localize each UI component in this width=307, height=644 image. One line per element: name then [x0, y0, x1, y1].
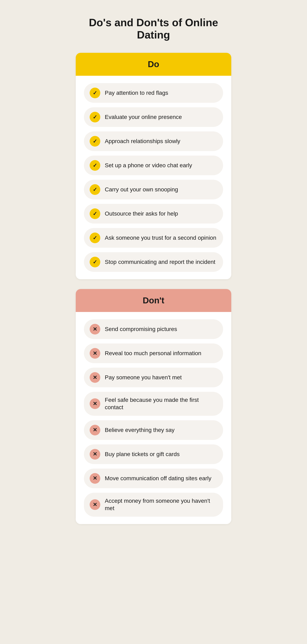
do-card: Do ✓Pay attention to red flags✓Evaluate …: [76, 53, 231, 279]
dont-list-item: ✕Buy plane tickets or gift cards: [84, 444, 223, 464]
do-header-label: Do: [148, 59, 159, 69]
do-item-text: Ask someone you trust for a second opini…: [105, 234, 216, 242]
dont-list-item: ✕Accept money from someone you haven't m…: [84, 493, 223, 517]
do-list-item: ✓Carry out your own snooping: [84, 180, 223, 200]
do-item-text: Approach relationships slowly: [105, 138, 180, 145]
do-list-item: ✓Set up a phone or video chat early: [84, 156, 223, 175]
do-check-icon: ✓: [90, 208, 100, 219]
dont-item-text: Reveal too much personal information: [105, 350, 202, 357]
do-item-text: Outsource their asks for help: [105, 210, 178, 218]
do-list-item: ✓Ask someone you trust for a second opin…: [84, 228, 223, 248]
do-check-icon: ✓: [90, 88, 100, 98]
dont-list-item: ✕Believe everything they say: [84, 420, 223, 440]
do-item-text: Stop communicating and report the incide…: [105, 258, 215, 266]
dont-item-text: Accept money from someone you haven't me…: [105, 497, 217, 512]
dont-cross-icon: ✕: [90, 473, 100, 484]
dont-item-text: Buy plane tickets or gift cards: [105, 450, 180, 458]
dont-list-item: ✕Move communication off dating sites ear…: [84, 468, 223, 488]
do-item-text: Set up a phone or video chat early: [105, 162, 192, 169]
do-card-body: ✓Pay attention to red flags✓Evaluate you…: [76, 76, 231, 279]
dont-list-item: ✕Pay someone you haven't met: [84, 368, 223, 387]
do-check-icon: ✓: [90, 112, 100, 122]
page-container: Do's and Don'ts of Online Dating Do ✓Pay…: [76, 16, 231, 524]
dont-item-text: Pay someone you haven't met: [105, 374, 182, 381]
dont-list-item: ✕Feel safe because you made the first co…: [84, 392, 223, 416]
do-item-text: Pay attention to red flags: [105, 89, 168, 96]
do-check-icon: ✓: [90, 184, 100, 195]
do-list-item: ✓Evaluate your online presence: [84, 107, 223, 127]
do-check-icon: ✓: [90, 257, 100, 267]
dont-cross-icon: ✕: [90, 425, 100, 436]
page-title: Do's and Don'ts of Online Dating: [76, 16, 231, 41]
dont-header-label: Don't: [143, 296, 164, 305]
dont-item-text: Send compromising pictures: [105, 326, 177, 333]
do-check-icon: ✓: [90, 136, 100, 146]
dont-list-item: ✕Send compromising pictures: [84, 319, 223, 339]
do-item-text: Carry out your own snooping: [105, 186, 178, 193]
dont-cross-icon: ✕: [90, 348, 100, 359]
dont-cross-icon: ✕: [90, 398, 100, 409]
do-check-icon: ✓: [90, 160, 100, 171]
dont-item-text: Believe everything they say: [105, 426, 174, 434]
do-header: Do: [76, 53, 231, 76]
dont-card: Don't ✕Send compromising pictures✕Reveal…: [76, 289, 231, 524]
do-list-item: ✓Pay attention to red flags: [84, 83, 223, 103]
do-list-item: ✓Stop communicating and report the incid…: [84, 252, 223, 272]
do-item-text: Evaluate your online presence: [105, 114, 182, 121]
dont-cross-icon: ✕: [90, 372, 100, 383]
dont-card-body: ✕Send compromising pictures✕Reveal too m…: [76, 312, 231, 524]
dont-list-item: ✕Reveal too much personal information: [84, 344, 223, 363]
dont-item-text: Feel safe because you made the first con…: [105, 396, 217, 411]
dont-cross-icon: ✕: [90, 499, 100, 510]
dont-item-text: Move communication off dating sites earl…: [105, 475, 212, 482]
dont-cross-icon: ✕: [90, 449, 100, 460]
do-list-item: ✓Approach relationships slowly: [84, 132, 223, 151]
do-check-icon: ✓: [90, 232, 100, 243]
dont-cross-icon: ✕: [90, 324, 100, 334]
dont-header: Don't: [76, 289, 231, 312]
do-list-item: ✓Outsource their asks for help: [84, 204, 223, 224]
